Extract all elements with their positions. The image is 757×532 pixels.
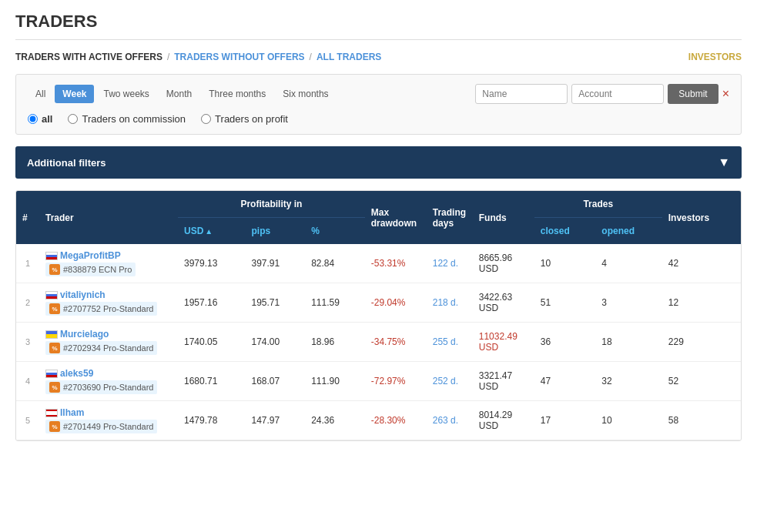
tab-three-months[interactable]: Three months bbox=[201, 85, 273, 103]
row-drawdown: -28.30% bbox=[365, 401, 427, 440]
row-usd: 3979.13 bbox=[178, 244, 245, 283]
account-input[interactable] bbox=[571, 84, 664, 104]
filter-row-radio: all Traders on commission Traders on pro… bbox=[28, 113, 729, 125]
investors-link[interactable]: INVESTORS bbox=[688, 52, 742, 62]
radio-all[interactable]: all bbox=[28, 113, 52, 125]
row-funds: 8665.96USD bbox=[473, 244, 534, 283]
row-days: 218 d. bbox=[427, 283, 473, 323]
nav-bar: TRADERS WITH ACTIVE OFFERS / TRADERS WIT… bbox=[15, 52, 742, 62]
row-pct: 18.96 bbox=[305, 323, 365, 362]
flag-icon bbox=[45, 252, 58, 260]
days-link[interactable]: 252 d. bbox=[433, 376, 458, 386]
row-closed: 47 bbox=[534, 362, 596, 401]
search-area: Submit × bbox=[475, 84, 729, 104]
row-opened: 3 bbox=[595, 283, 662, 323]
flag-icon bbox=[45, 409, 58, 417]
nav-all-traders[interactable]: ALL TRADERS bbox=[317, 52, 381, 62]
days-link[interactable]: 122 d. bbox=[433, 258, 458, 269]
radio-profit[interactable]: Traders on profit bbox=[201, 113, 288, 125]
col-usd[interactable]: USD ▲ bbox=[178, 218, 245, 245]
table-row: 2 vitaliynich % #2707752 Pro-Standard 19… bbox=[16, 283, 741, 323]
row-opened: 32 bbox=[595, 362, 662, 401]
row-days: 263 d. bbox=[427, 401, 473, 440]
row-num: 3 bbox=[16, 323, 39, 362]
days-link[interactable]: 218 d. bbox=[433, 297, 458, 308]
tab-month[interactable]: Month bbox=[159, 85, 199, 103]
row-trader: MegaProfitBP % #838879 ECN Pro bbox=[39, 244, 178, 283]
row-pct: 111.59 bbox=[305, 283, 365, 323]
flag-icon bbox=[45, 291, 58, 299]
row-pips: 147.97 bbox=[245, 401, 305, 440]
col-pct: % bbox=[305, 218, 365, 245]
row-num: 1 bbox=[16, 244, 39, 283]
trader-name[interactable]: vitaliynich bbox=[60, 289, 106, 300]
account-badge: % #2707752 Pro-Standard bbox=[45, 302, 157, 316]
account-badge: % #2701449 Pro-Standard bbox=[45, 420, 157, 433]
filter-box: All Week Two weeks Month Three months Si… bbox=[15, 74, 742, 135]
days-link[interactable]: 255 d. bbox=[433, 336, 458, 347]
trader-name[interactable]: Murcielago bbox=[60, 329, 109, 340]
nav-sep1: / bbox=[167, 52, 169, 62]
trader-name[interactable]: Ilham bbox=[60, 407, 84, 418]
col-trading-days: Trading days bbox=[427, 191, 473, 244]
submit-button[interactable]: Submit bbox=[668, 84, 718, 104]
row-usd: 1957.16 bbox=[178, 283, 245, 323]
nav-active-offers[interactable]: TRADERS WITH ACTIVE OFFERS bbox=[15, 52, 162, 62]
radio-commission[interactable]: Traders on commission bbox=[68, 113, 186, 125]
col-trader: Trader bbox=[39, 191, 178, 244]
traders-table: # Trader Profitability in Max drawdown T… bbox=[16, 191, 741, 440]
funds-currency: USD bbox=[479, 420, 498, 431]
traders-table-container: # Trader Profitability in Max drawdown T… bbox=[15, 190, 742, 441]
tab-six-months[interactable]: Six months bbox=[275, 85, 336, 103]
days-link[interactable]: 263 d. bbox=[433, 415, 458, 426]
row-closed: 10 bbox=[534, 244, 596, 283]
flag-icon bbox=[45, 330, 58, 339]
row-investors: 52 bbox=[662, 362, 741, 401]
row-funds: 11032.49USD bbox=[473, 323, 534, 362]
row-usd: 1479.78 bbox=[178, 401, 245, 440]
table-row: 1 MegaProfitBP % #838879 ECN Pro 3979.13… bbox=[16, 244, 741, 283]
col-trades: Trades bbox=[534, 191, 662, 218]
account-number: #2702934 Pro-Standard bbox=[63, 343, 153, 353]
time-tabs: All Week Two weeks Month Three months Si… bbox=[28, 85, 475, 103]
row-trader: aleks59 % #2703690 Pro-Standard bbox=[39, 362, 178, 401]
nav-without-offers[interactable]: TRADERS WITHOUT OFFERS bbox=[174, 52, 304, 62]
col-closed: closed bbox=[534, 218, 596, 245]
row-days: 252 d. bbox=[427, 362, 473, 401]
row-trader: Ilham % #2701449 Pro-Standard bbox=[39, 401, 178, 440]
badge-icon: % bbox=[49, 421, 60, 432]
trader-name[interactable]: MegaProfitBP bbox=[60, 250, 121, 261]
row-usd: 1740.05 bbox=[178, 323, 245, 362]
row-pips: 397.91 bbox=[245, 244, 305, 283]
funds-currency: USD bbox=[479, 303, 498, 313]
row-pct: 82.84 bbox=[305, 244, 365, 283]
row-drawdown: -53.31% bbox=[365, 244, 427, 283]
tab-week[interactable]: Week bbox=[55, 85, 94, 103]
row-num: 5 bbox=[16, 401, 39, 440]
additional-filters-bar[interactable]: Additional filters ▼ bbox=[15, 146, 742, 179]
row-trader: vitaliynich % #2707752 Pro-Standard bbox=[39, 283, 178, 323]
name-input[interactable] bbox=[475, 84, 568, 104]
row-closed: 36 bbox=[534, 323, 596, 362]
badge-icon: % bbox=[49, 264, 60, 275]
additional-filters-title: Additional filters bbox=[27, 157, 106, 169]
tab-all[interactable]: All bbox=[28, 85, 53, 103]
trader-name[interactable]: aleks59 bbox=[60, 368, 93, 379]
row-investors: 229 bbox=[662, 323, 741, 362]
col-funds: Funds bbox=[473, 191, 534, 244]
row-days: 122 d. bbox=[427, 244, 473, 283]
row-opened: 18 bbox=[595, 323, 662, 362]
nav-left: TRADERS WITH ACTIVE OFFERS / TRADERS WIT… bbox=[15, 52, 381, 62]
row-pips: 168.07 bbox=[245, 362, 305, 401]
col-pips: pips bbox=[245, 218, 305, 245]
col-opened: opened bbox=[595, 218, 662, 245]
row-pips: 174.00 bbox=[245, 323, 305, 362]
chevron-down-icon: ▼ bbox=[718, 156, 730, 169]
funds-currency: USD bbox=[479, 263, 498, 274]
tab-two-weeks[interactable]: Two weeks bbox=[95, 85, 156, 103]
row-investors: 42 bbox=[662, 244, 741, 283]
badge-icon: % bbox=[49, 303, 60, 314]
clear-button[interactable]: × bbox=[722, 87, 729, 101]
account-number: #2703690 Pro-Standard bbox=[63, 383, 153, 392]
row-investors: 12 bbox=[662, 283, 741, 323]
